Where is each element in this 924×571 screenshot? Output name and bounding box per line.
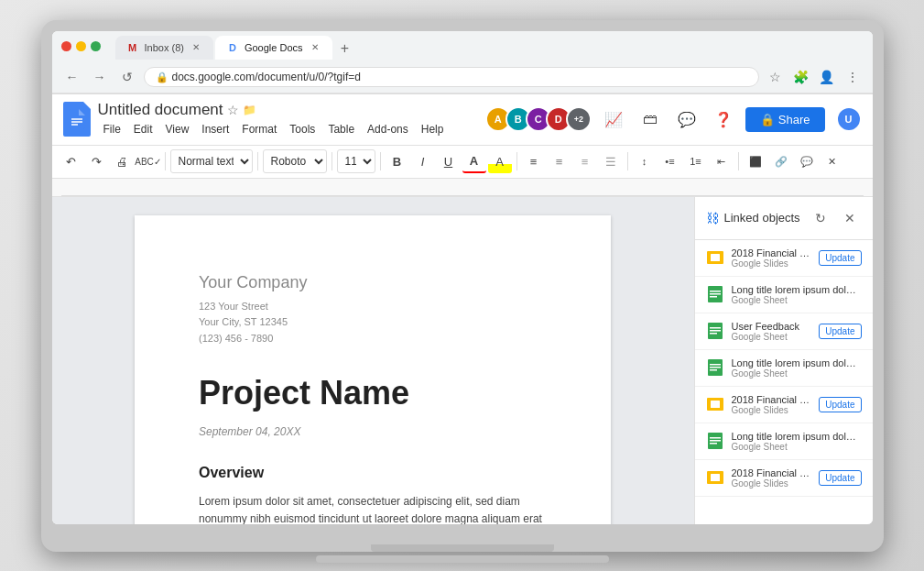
- toolbar-sep-1: [165, 152, 166, 170]
- document-title[interactable]: Untitled document: [98, 101, 223, 119]
- gmail-tab-close[interactable]: ✕: [190, 41, 202, 54]
- svg-rect-20: [711, 401, 720, 408]
- menu-icon[interactable]: ⋮: [842, 66, 864, 88]
- linked-panel-close[interactable]: ✕: [838, 206, 862, 230]
- help-icon[interactable]: ❓: [709, 104, 738, 134]
- svg-rect-24: [710, 443, 717, 445]
- minimize-window-btn[interactable]: [76, 41, 86, 51]
- gdocs-tab-close[interactable]: ✕: [309, 41, 321, 54]
- linked-item-info: 2018 Financial Report... Google Slides: [732, 394, 812, 415]
- laptop-bottom: [371, 544, 554, 552]
- new-tab-button[interactable]: +: [334, 38, 356, 60]
- chart-icon[interactable]: 📈: [599, 104, 628, 134]
- close-window-btn[interactable]: [61, 41, 71, 51]
- clear-format-button[interactable]: ✕: [821, 149, 844, 173]
- user-avatar[interactable]: U: [836, 106, 862, 132]
- back-button[interactable]: ←: [61, 66, 83, 88]
- align-right-button[interactable]: ≡: [573, 149, 597, 173]
- avatar-group: A B C D +2: [485, 106, 592, 132]
- highlight-button[interactable]: A: [488, 149, 512, 173]
- update-button[interactable]: Update: [819, 397, 861, 412]
- menu-edit[interactable]: Edit: [128, 121, 158, 137]
- update-button[interactable]: Update: [819, 470, 861, 486]
- svg-rect-17: [710, 367, 721, 368]
- browser-actions: ☆ 🧩 👤 ⋮: [765, 66, 864, 88]
- drive-icon[interactable]: 🗃: [636, 104, 665, 134]
- linked-panel-header: ⛓ Linked objects ↻ ✕: [695, 197, 873, 240]
- document-address: 123 Your Street Your City, ST 12345 (123…: [199, 299, 547, 347]
- menu-file[interactable]: File: [98, 121, 126, 137]
- line-spacing-button[interactable]: ↕: [633, 149, 657, 173]
- item-type: Google Sheet: [732, 442, 862, 452]
- font-size-select[interactable]: 11 12 14: [337, 149, 375, 173]
- svg-rect-13: [710, 330, 721, 332]
- profile-icon[interactable]: 👤: [816, 66, 838, 88]
- text-style-select[interactable]: Normal text Heading 1 Heading 2: [170, 149, 253, 173]
- insert-link-button[interactable]: 🔗: [769, 149, 793, 173]
- undo-button[interactable]: ↶: [60, 149, 83, 173]
- browser-tabs: M Inbox (8) ✕ D Google Docs ✕ +: [106, 34, 365, 60]
- linked-item-info: 2018 Financial Report Google Slides: [732, 247, 812, 269]
- menu-tools[interactable]: Tools: [284, 121, 321, 137]
- item-type: Google Slides: [732, 478, 812, 489]
- menu-view[interactable]: View: [160, 121, 195, 137]
- list-item: Long title lorem ipsum dolor sit a... Go…: [695, 277, 873, 313]
- menu-addons[interactable]: Add-ons: [362, 121, 414, 137]
- print-button[interactable]: 🖨: [111, 149, 135, 173]
- svg-rect-12: [710, 327, 721, 329]
- sheets-icon: [706, 322, 724, 340]
- svg-rect-26: [711, 474, 720, 481]
- forward-button[interactable]: →: [89, 66, 111, 88]
- italic-button[interactable]: I: [411, 149, 435, 173]
- insert-comment-button[interactable]: 💬: [795, 149, 819, 173]
- align-justify-button[interactable]: ☰: [599, 149, 623, 173]
- text-color-button[interactable]: A: [462, 149, 486, 173]
- title-folder-icon[interactable]: 📁: [243, 104, 256, 116]
- docs-page[interactable]: Your Company 123 Your Street Your City, …: [135, 215, 611, 524]
- menu-table[interactable]: Table: [322, 121, 360, 137]
- list-item: 2018 Financial Report Google Slides Upda…: [695, 240, 873, 277]
- update-button[interactable]: Update: [819, 250, 861, 266]
- menu-format[interactable]: Format: [236, 121, 282, 137]
- linked-item-info: Long title lorem ipsum dolor sit a... Go…: [732, 431, 862, 452]
- linked-panel-refresh[interactable]: ↻: [809, 206, 832, 230]
- extensions-icon[interactable]: 🧩: [790, 66, 812, 88]
- update-button[interactable]: Update: [819, 324, 861, 339]
- docs-toolbar: ↶ ↷ 🖨 ABC✓ Normal text Heading 1 Heading…: [52, 146, 873, 179]
- browser-tab-gmail[interactable]: M Inbox (8) ✕: [115, 36, 213, 60]
- address-line3: (123) 456 - 7890: [199, 333, 273, 344]
- gdocs-tab-icon: D: [226, 41, 239, 54]
- title-star-icon[interactable]: ☆: [227, 103, 239, 117]
- laptop-screen: M Inbox (8) ✕ D Google Docs ✕ + ← → ↺: [52, 31, 873, 524]
- list-number-button[interactable]: 1≡: [684, 149, 708, 173]
- underline-button[interactable]: U: [437, 149, 461, 173]
- align-center-button[interactable]: ≡: [548, 149, 571, 173]
- refresh-button[interactable]: ↺: [116, 66, 138, 88]
- spell-check-button[interactable]: ABC✓: [136, 149, 160, 173]
- linked-item-info: Long title lorem ipsum dolor sit a... Go…: [732, 357, 862, 379]
- font-select[interactable]: Roboto Arial Times New Roman: [263, 149, 327, 173]
- toolbar-sep-7: [738, 152, 739, 170]
- item-title: User Feedback: [732, 321, 812, 332]
- browser-titlebar: M Inbox (8) ✕ D Google Docs ✕ +: [52, 31, 873, 62]
- bookmark-icon[interactable]: ☆: [765, 66, 787, 88]
- gmail-tab-label: Inbox (8): [145, 42, 184, 53]
- browser-tab-gdocs[interactable]: D Google Docs ✕: [215, 36, 332, 60]
- address-bar[interactable]: 🔒 docs.google.com/document/u/0/?tgif=d: [144, 67, 759, 87]
- comment-icon[interactable]: 💬: [672, 104, 701, 134]
- align-left-button[interactable]: ≡: [522, 149, 546, 173]
- item-title: 2018 Financial Report...: [732, 394, 812, 405]
- menu-help[interactable]: Help: [416, 121, 450, 137]
- company-name: Your Company: [199, 270, 547, 295]
- bold-button[interactable]: B: [386, 149, 409, 173]
- indent-dec-button[interactable]: ⇤: [710, 149, 734, 173]
- maximize-window-btn[interactable]: [91, 41, 101, 51]
- laptop-outer: M Inbox (8) ✕ D Google Docs ✕ + ← → ↺: [41, 20, 884, 552]
- docs-header-actions: A B C D +2 📈 🗃 💬 ❓ 🔒 Share U: [485, 104, 862, 134]
- share-button[interactable]: 🔒 Share: [745, 107, 825, 132]
- list-bullet-button[interactable]: •≡: [658, 149, 682, 173]
- redo-button[interactable]: ↷: [85, 149, 109, 173]
- gmail-tab-icon: M: [126, 41, 139, 54]
- insert-image-button[interactable]: ⬛: [744, 149, 767, 173]
- menu-insert[interactable]: Insert: [196, 121, 234, 137]
